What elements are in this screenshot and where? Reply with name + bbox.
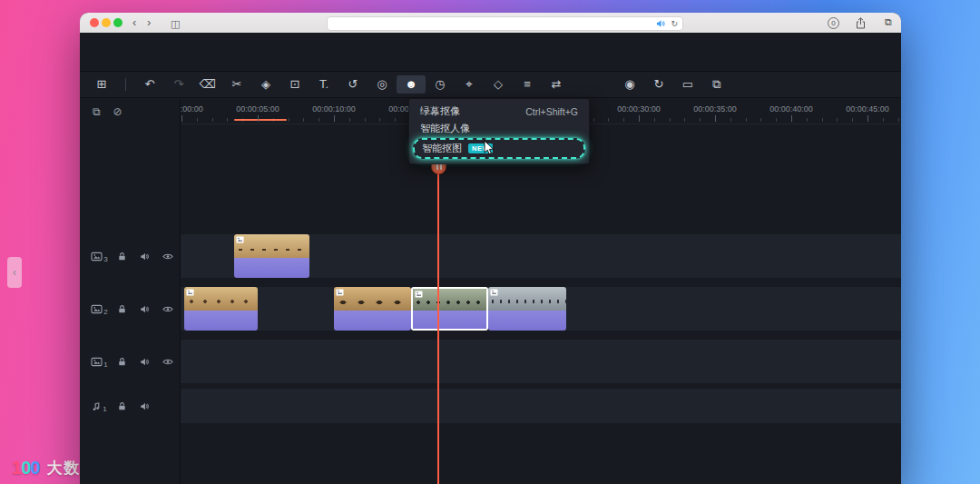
cutout-menu: 绿幕抠像 Ctrl+Shift+G 智能抠人像 智能抠图 NEW	[408, 98, 590, 164]
header-divider	[180, 100, 181, 484]
clip-thumbnail	[184, 287, 258, 311]
share-icon[interactable]	[856, 16, 866, 33]
motion-track-icon[interactable]: ⌖	[455, 75, 484, 94]
keyframe-icon[interactable]: ◇	[484, 75, 513, 94]
track-visibility-icon[interactable]	[156, 305, 179, 313]
timeline-clip[interactable]	[488, 287, 566, 331]
ruler-tick	[639, 115, 640, 122]
forward-button[interactable]: ›	[147, 15, 151, 30]
adjust-icon[interactable]: ≡	[513, 75, 542, 94]
audio-indicator-icon[interactable]	[656, 19, 666, 28]
split-icon[interactable]: ✂	[222, 75, 251, 94]
audio-track-icon: 1	[88, 401, 111, 411]
clip-media-badge	[415, 291, 423, 298]
track-lock-icon[interactable]	[111, 357, 133, 367]
ruler-tick	[258, 115, 259, 122]
ruler-tick	[791, 115, 792, 122]
reload-icon[interactable]: ↻	[671, 18, 678, 29]
timeline-clip[interactable]	[234, 234, 309, 278]
track-lane	[180, 389, 901, 423]
clip-body	[234, 258, 309, 278]
track-mute-icon[interactable]	[133, 401, 156, 411]
playhead-grip-bar	[440, 164, 442, 170]
track-lock-icon[interactable]	[111, 304, 133, 314]
track-lock-icon[interactable]	[111, 401, 133, 411]
screen-edge-handle[interactable]: ‹	[7, 257, 22, 288]
zoom-button[interactable]	[113, 18, 122, 27]
editor: ⊞↶↷⌫✂◈⊡T.↺◎☻◷⌖◇≡⇄ ◉↻▭⧉ ⧉⊘ 00:00:00:0000:…	[80, 33, 901, 484]
chroma-icon[interactable]: ◉	[615, 75, 644, 94]
ruler-label: 00:00:45:00	[846, 104, 889, 114]
minimize-button[interactable]	[102, 18, 111, 27]
video-track-icon: 3	[88, 252, 111, 262]
ruler-tick	[867, 115, 868, 122]
ruler-label: 00:00:40:00	[769, 104, 813, 114]
track-mute-icon[interactable]	[133, 304, 156, 314]
clip-media-badge	[186, 289, 194, 296]
delete-icon[interactable]: ⌫	[193, 75, 222, 94]
menu-item-label: 智能抠人像	[420, 122, 470, 135]
ruler-label: 00:00:05:00	[236, 104, 279, 114]
clip-body	[413, 311, 486, 331]
menu-item-green-screen[interactable]: 绿幕抠像 Ctrl+Shift+G	[409, 103, 589, 120]
track-lane	[180, 340, 901, 383]
app-window: ‹ › ◫ ↻ 0 ⧉ ⊞↶↷⌫✂◈⊡T.↺◎☻◷⌖◇≡⇄ ◉↻▭⧉ ⧉⊘	[80, 13, 901, 484]
back-button[interactable]: ‹	[132, 15, 136, 30]
marker-icon[interactable]: ◈	[251, 75, 280, 94]
smart-cutout-icon[interactable]: ☻	[397, 75, 426, 94]
sidebar-toggle-icon[interactable]: ◫	[171, 16, 180, 31]
menu-item-smart-cutout[interactable]: 智能抠图 NEW	[413, 138, 585, 159]
transform-icon[interactable]: ⧉	[702, 75, 731, 94]
address-bar[interactable]: ↻	[327, 16, 683, 31]
ruler-tick	[334, 115, 335, 122]
border-icon[interactable]: ▭	[673, 75, 702, 94]
track-tools: ⧉⊘	[80, 100, 192, 123]
clip-thumbnail	[413, 289, 486, 311]
redo-icon[interactable]: ↷	[164, 75, 193, 94]
speed-icon[interactable]: ↺	[338, 75, 368, 94]
close-button[interactable]	[90, 18, 99, 27]
ruler-label: 00:00:30:00	[617, 104, 661, 114]
timeline-clip[interactable]	[411, 287, 488, 331]
timer-icon[interactable]: ◷	[426, 75, 455, 94]
track-lock-icon[interactable]	[111, 252, 133, 262]
watermark-logo-char: 1	[12, 458, 21, 478]
track-visibility-icon[interactable]	[156, 358, 179, 366]
counter-badge[interactable]: 0	[828, 17, 839, 29]
ruler-tick	[715, 115, 716, 122]
clip-thumbnail	[488, 287, 566, 311]
menu-item-label: 绿幕抠像	[420, 104, 460, 118]
track-mute-icon[interactable]	[133, 252, 156, 262]
transition-icon[interactable]: ⇄	[542, 75, 571, 94]
crop-icon[interactable]: ⊡	[280, 75, 309, 94]
timeline-clip[interactable]	[184, 287, 258, 331]
titlebar: ‹ › ◫ ↻ 0 ⧉	[80, 13, 901, 34]
clip-media-badge	[336, 289, 344, 296]
clip-media-badge	[236, 236, 244, 243]
ruler-range-marker	[234, 119, 287, 121]
track-mute-icon[interactable]	[133, 357, 156, 367]
reverse-icon[interactable]: ↻	[644, 75, 673, 94]
menu-item-label: 智能抠图	[422, 142, 462, 155]
menu-item-shortcut: Ctrl+Shift+G	[525, 106, 578, 117]
track-header-video-2: 2	[80, 287, 188, 331]
track-visibility-icon[interactable]	[156, 252, 179, 261]
overlay-track-icon[interactable]: ⧉	[93, 105, 101, 118]
timeline-clip[interactable]	[334, 287, 411, 331]
watermark-logo-char: 0	[21, 458, 30, 478]
clip-thumbnail	[334, 287, 411, 311]
undo-icon[interactable]: ↶	[135, 75, 164, 94]
menu-item-smart-portrait[interactable]: 智能抠人像	[409, 120, 589, 137]
text-icon[interactable]: T.	[309, 75, 338, 94]
ruler-label: 00:00:10:00	[312, 104, 356, 114]
watermark-logo-char: 0	[30, 458, 39, 478]
tabs-icon[interactable]: ⧉	[885, 16, 892, 28]
toolbar-icon-group: ⊞↶↷⌫✂◈⊡T.↺◎☻◷⌖◇≡⇄	[87, 75, 571, 94]
toolbar: ⊞↶↷⌫✂◈⊡T.↺◎☻◷⌖◇≡⇄ ◉↻▭⧉	[80, 71, 901, 98]
track-header-audio-1: 1	[80, 389, 188, 423]
color-icon[interactable]: ◎	[368, 75, 397, 94]
ruler-tick	[181, 115, 182, 122]
watermark-logo: 100	[12, 458, 39, 479]
unlink-icon[interactable]: ⊘	[113, 105, 122, 118]
media-panel-icon[interactable]: ⊞	[87, 75, 116, 94]
